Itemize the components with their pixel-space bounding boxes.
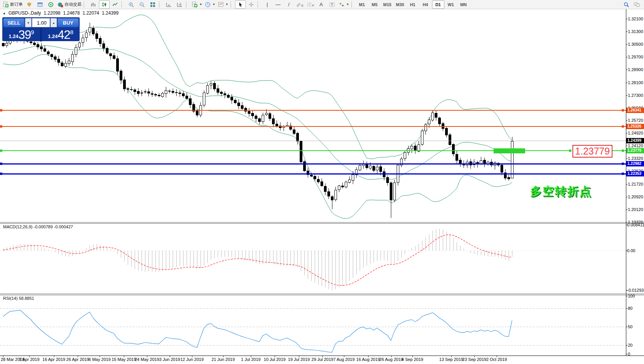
window-icon xyxy=(37,2,43,8)
timeframe-M15[interactable]: M15 xyxy=(381,0,394,9)
price-level-tag: 1.26341 xyxy=(626,108,644,113)
price-annotation-box[interactable]: 1.23779 xyxy=(572,145,612,158)
collapse-icon[interactable]: ▲ xyxy=(3,12,6,15)
timeframe-M1[interactable]: M1 xyxy=(356,0,368,9)
price-axis-label: 1.20920 xyxy=(628,194,643,199)
timeframe-M5[interactable]: M5 xyxy=(369,0,381,9)
timeframe-MN[interactable]: MN xyxy=(457,0,470,9)
chevron-down-icon: ▼ xyxy=(212,3,215,6)
auto-scroll-button[interactable] xyxy=(164,0,174,9)
horizontal-line-icon: — xyxy=(275,2,280,7)
bar-chart-button[interactable] xyxy=(88,0,99,9)
cursor-button[interactable] xyxy=(235,0,246,9)
timeframe-H1[interactable]: H1 xyxy=(407,0,419,9)
toolbar-grip xyxy=(83,2,87,7)
price-axis-label: 1.23320 xyxy=(628,156,643,161)
sell-price-prefix: 1.24 xyxy=(8,33,18,39)
horizontal-line-button[interactable]: — xyxy=(273,0,284,9)
text-button[interactable]: A xyxy=(316,0,327,9)
timeframe-H4[interactable]: H4 xyxy=(419,0,432,9)
date-axis-label: 23 Sep 2019 xyxy=(462,357,486,362)
channel-button[interactable]: E xyxy=(294,0,305,9)
zoom-in-button[interactable] xyxy=(126,0,137,9)
price-axis-label: 1.31300 xyxy=(628,29,643,34)
date-axis-label: 13 Sep 2019 xyxy=(439,357,463,362)
volume-increase-button[interactable]: ▲ xyxy=(50,18,57,27)
timeframe-M30[interactable]: M30 xyxy=(394,0,406,9)
new-order-icon xyxy=(3,2,9,8)
price-axis-label: 1.24920 xyxy=(628,131,643,135)
signals-button[interactable] xyxy=(45,0,56,9)
toolbar-grip xyxy=(230,2,234,7)
arrows-button[interactable]: ▼ xyxy=(337,0,350,9)
text-label-icon: T xyxy=(329,2,335,8)
date-axis-label: 10 Jul 2019 xyxy=(264,357,286,362)
price-level-tag: 1.22353 xyxy=(626,171,644,176)
auto-trading-button[interactable]: 自动交易 xyxy=(56,0,83,9)
date-axis-label: 16 Apr 2019 xyxy=(42,357,65,362)
tile-windows-button[interactable] xyxy=(147,0,158,9)
timeframe-W1[interactable]: W1 xyxy=(445,0,457,9)
fibonacci-button[interactable]: F xyxy=(305,0,316,9)
price-axis-label: 1.21720 xyxy=(628,182,643,186)
date-axis-label: 26 Aug 2019 xyxy=(379,357,403,362)
clock-icon xyxy=(205,2,211,8)
date-axis-label: 16 Aug 2019 xyxy=(356,357,380,362)
price-axis-label: 1.20120 xyxy=(628,207,643,212)
macd-axis-label: 0.008411 xyxy=(627,223,644,227)
chevron-down-icon: ▼ xyxy=(225,3,229,6)
auto-scroll-icon xyxy=(166,2,172,8)
price-axis-label: 1.25720 xyxy=(628,118,643,123)
price-level-tag: 1.22982 xyxy=(626,161,644,166)
search-button[interactable] xyxy=(621,0,632,9)
vertical-line-button[interactable]: | xyxy=(262,0,273,9)
price-axis-label: 1.30500 xyxy=(628,42,643,47)
trendline-button[interactable]: / xyxy=(284,0,294,9)
crosshair-button[interactable] xyxy=(246,0,257,9)
text-icon: A xyxy=(319,2,323,7)
zoom-out-button[interactable] xyxy=(137,0,147,9)
buy-button[interactable]: BUY xyxy=(57,18,79,27)
macd-label: MACD(12,26,9) -0.000789 -0.000427 xyxy=(3,224,73,229)
date-axis-label: 4 Sep 2019 xyxy=(402,357,423,362)
templates-button[interactable]: ▼ xyxy=(217,0,230,9)
sell-button[interactable]: SELL xyxy=(3,18,25,27)
volume-decrease-button[interactable]: ▼ xyxy=(25,18,32,27)
trading-terminal: 新订单 自动交易 xyxy=(0,0,644,364)
price-level-tag: 1.24399 xyxy=(626,138,644,143)
trendline-icon: / xyxy=(288,2,290,7)
signal-icon xyxy=(48,2,54,8)
terminal-button[interactable] xyxy=(35,0,45,9)
date-axis-label: 3 Jun 2019 xyxy=(159,357,180,362)
date-axis-label: 19 Jul 2019 xyxy=(288,357,310,362)
text-label-button[interactable]: T xyxy=(327,0,337,9)
price-level-tag: 1.25326 xyxy=(626,124,644,129)
chart-shift-button[interactable] xyxy=(174,0,185,9)
crosshair-icon xyxy=(248,2,254,8)
indicators-button[interactable]: ▼ xyxy=(190,0,204,9)
auto-trading-icon xyxy=(57,2,63,8)
periods-button[interactable]: ▼ xyxy=(204,0,217,9)
date-axis-label: 15 May 2019 xyxy=(112,357,136,362)
line-chart-button[interactable] xyxy=(110,0,120,9)
buy-price-main: 42 xyxy=(58,29,70,41)
buy-price[interactable]: 1.24428 xyxy=(42,28,79,42)
chat-button[interactable] xyxy=(632,0,642,9)
timeframe-D1[interactable]: D1 xyxy=(432,0,444,9)
chart-canvas[interactable] xyxy=(0,0,644,364)
profile-button[interactable] xyxy=(24,0,35,9)
highlight-band xyxy=(494,148,525,153)
chart-header: ▲ GBPUSD-,Daily 1.22098 1.24678 1.22074 … xyxy=(3,10,118,16)
date-axis-label: 26 Apr 2019 xyxy=(66,357,89,362)
candlestick-chart-button[interactable] xyxy=(99,0,110,9)
date-axis-label: 6 May 2019 xyxy=(88,357,110,362)
rsi-label: RSI(14) 58.8851 xyxy=(3,296,34,301)
chart-shift-icon xyxy=(177,2,183,8)
chat-icon xyxy=(634,2,641,8)
rsi-axis-label: 80 xyxy=(628,306,632,311)
date-axis-label: 21 Jun 2019 xyxy=(212,357,235,362)
volume-input[interactable]: 1.00 xyxy=(32,18,50,27)
new-order-button[interactable]: 新订单 xyxy=(2,0,24,9)
sell-price[interactable]: 1.24399 xyxy=(3,28,40,42)
fibonacci-f-label: F xyxy=(312,4,314,7)
